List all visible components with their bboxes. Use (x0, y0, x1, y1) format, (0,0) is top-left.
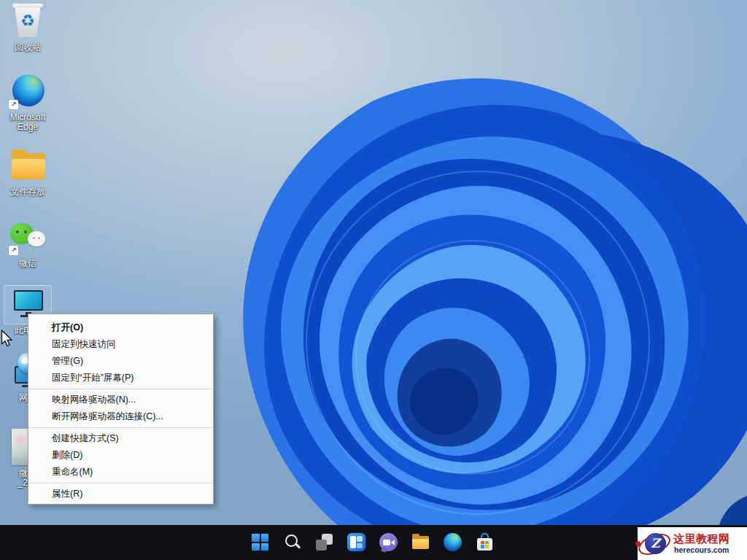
edge-icon: ↗ (4, 73, 51, 111)
shopping-bag-icon (476, 533, 494, 551)
task-view-button[interactable] (315, 533, 333, 551)
windows-logo-icon (252, 534, 268, 551)
desktop-icon-microsoft-edge[interactable]: ↗ Microsoft Edge (0, 73, 55, 132)
menu-item-open[interactable]: 打开(O) (28, 319, 213, 336)
desktop-icon-label: 回收站 (0, 43, 55, 52)
video-chat-bubble-icon (379, 533, 398, 551)
folder-icon (4, 147, 51, 185)
desktop-icon-folder[interactable]: 文件存放 (0, 147, 55, 197)
store-button[interactable] (476, 533, 494, 551)
menu-item-rename[interactable]: 重命名(M) (28, 464, 213, 481)
file-explorer-button[interactable] (411, 533, 430, 551)
desktop-icon-wechat[interactable]: ↗ 微信 (0, 219, 55, 268)
watermark-site-url: herecours.com (673, 546, 730, 554)
overlapping-windows-icon (315, 533, 333, 551)
menu-separator (29, 427, 212, 428)
menu-separator (29, 389, 212, 389)
menu-item-properties[interactable]: 属性(R) (28, 486, 213, 502)
desktop-icon-recycle-bin[interactable]: ♻ 回收站 (0, 3, 55, 52)
magnifier-icon (283, 533, 301, 551)
menu-item-delete[interactable]: 删除(D) (28, 447, 213, 464)
menu-item-map-network-drive[interactable]: 映射网络驱动器(N)... (28, 392, 213, 408)
menu-item-create-shortcut[interactable]: 创建快捷方式(S) (28, 430, 213, 447)
desktop-icon-label: Microsoft Edge (0, 113, 55, 132)
menu-item-manage[interactable]: 管理(G) (28, 353, 213, 370)
menu-item-disconnect-network-drive[interactable]: 断开网络驱动器的连接(C)... (28, 408, 213, 425)
context-menu: 打开(O) 固定到快速访问 管理(G) 固定到“开始”屏幕(P) 映射网络驱动器… (28, 314, 214, 505)
recycle-bin-icon: ♻ (4, 3, 51, 41)
desktop-icon-label: 文件存放 (0, 187, 55, 197)
watermark: Z 这里教程网 herecours.com (638, 527, 747, 560)
recycle-symbol-icon: ♻ (4, 10, 51, 32)
menu-item-pin-to-quick-access[interactable]: 固定到快速访问 (28, 336, 213, 353)
watermark-site-name: 这里教程网 (673, 533, 730, 545)
menu-item-pin-to-start[interactable]: 固定到“开始”屏幕(P) (28, 370, 213, 386)
folder-icon (411, 533, 430, 551)
mouse-cursor-icon (1, 330, 13, 347)
menu-separator (29, 483, 212, 483)
widgets-button[interactable] (347, 533, 365, 551)
watermark-text: 这里教程网 herecours.com (673, 533, 730, 554)
edge-swirl-icon (444, 533, 462, 551)
wechat-icon: ↗ (4, 219, 51, 257)
taskbar-center-buttons (251, 533, 494, 551)
shortcut-arrow-icon: ↗ (9, 100, 18, 109)
search-button[interactable] (283, 533, 301, 551)
start-button[interactable] (251, 533, 269, 551)
widgets-panel-icon (347, 533, 365, 551)
edge-button[interactable] (444, 533, 462, 551)
desktop-icon-label: 微信 (0, 259, 55, 268)
watermark-logo-icon: Z (639, 529, 671, 559)
shortcut-arrow-icon: ↗ (9, 246, 18, 255)
chat-button[interactable] (379, 533, 398, 551)
watermark-circle-icon: Z (645, 533, 666, 554)
